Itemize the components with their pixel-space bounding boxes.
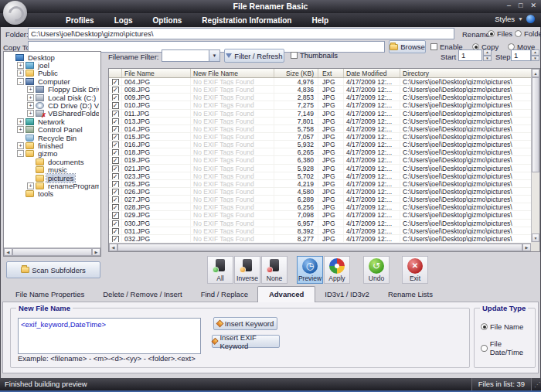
tab-delete-remove-insert[interactable]: Delete / Remove / Insert <box>94 288 191 302</box>
row-checkbox[interactable]: ✓ <box>112 181 119 187</box>
expand-toggle-icon[interactable]: + <box>27 110 34 117</box>
row-checkbox[interactable]: ✓ <box>112 111 119 117</box>
tree-item-control-panel[interactable]: +Control Panel <box>5 126 99 134</box>
tab-advanced[interactable]: Advanced <box>257 286 315 302</box>
scroll-right-icon[interactable]: ▶ <box>92 248 100 256</box>
exit-button[interactable]: ✕ Exit <box>402 256 428 284</box>
scroll-thumb[interactable] <box>12 248 92 256</box>
tree-hscrollbar[interactable]: ◀ ▶ <box>4 247 100 256</box>
start-stepper[interactable]: ▲▼ <box>483 49 492 61</box>
expand-toggle-icon[interactable]: + <box>27 182 34 189</box>
scroll-left-icon[interactable]: ◀ <box>4 248 12 256</box>
scroll-up-icon[interactable]: ▲ <box>532 69 539 77</box>
thumbnails-checkbox[interactable]: Thumbnails <box>291 51 338 60</box>
row-checkbox[interactable]: ✓ <box>112 134 119 140</box>
tree-item-desktop[interactable]: Desktop <box>5 53 99 61</box>
tree-item-public[interactable]: +Public <box>5 70 99 77</box>
file-row[interactable]: ✓013.JPGNo EXIF Tags Found7,801JPG4/17/2… <box>109 118 531 125</box>
tree-item-music[interactable]: music <box>5 165 99 173</box>
row-checkbox[interactable]: ✓ <box>112 118 119 124</box>
file-row[interactable]: ✓031.JPGNo EXIF Tags Found8,392JPG4/17/2… <box>109 227 531 235</box>
menu-item-help[interactable]: Help <box>301 15 339 26</box>
chevron-down-icon[interactable]: ▼ <box>209 50 219 61</box>
tree-item-documents[interactable]: documents <box>5 158 99 165</box>
tree-item-network[interactable]: +Network <box>5 118 99 125</box>
select-inverse-button[interactable]: Inverse <box>234 256 260 284</box>
header-ext[interactable]: Ext <box>318 69 344 77</box>
rename-folders-radio[interactable]: Folders <box>515 29 541 38</box>
file-row[interactable]: ✓023.JPGNo EXIF Tags Found5,702JPG4/17/2… <box>109 172 531 180</box>
insert-exif-keyword-button[interactable]: Insert EXIF Keyword <box>212 335 280 348</box>
styles-dropdown[interactable]: Styles ▼ <box>495 15 535 23</box>
tree-item-renameprograms[interactable]: +renamePrograms <box>5 182 99 189</box>
update-type-radio-file-name[interactable]: File Name <box>481 322 535 331</box>
row-checkbox[interactable]: ✓ <box>112 173 119 179</box>
row-checkbox[interactable]: ✓ <box>112 189 119 195</box>
menu-item-registration-information[interactable]: Registration Information <box>192 15 301 26</box>
help-globe-icon[interactable] <box>526 15 535 23</box>
scroll-thumb[interactable] <box>532 77 539 172</box>
row-checkbox[interactable]: ✓ <box>112 204 119 210</box>
row-checkbox[interactable]: ✓ <box>112 79 119 85</box>
file-row[interactable]: ✓015.JPGNo EXIF Tags Found7,057JPG4/17/2… <box>109 133 531 141</box>
step-stepper[interactable]: ▲▼ <box>531 49 539 61</box>
update-type-radio-file-date-time[interactable]: File Date/Time <box>481 339 535 356</box>
row-checkbox[interactable]: ✓ <box>112 220 119 227</box>
header-size[interactable]: Size (KB) <box>274 69 318 77</box>
file-row[interactable]: ✓018.JPGNo EXIF Tags Found6,265JPG4/17/2… <box>109 148 531 156</box>
collapse-toggle-icon[interactable]: - <box>17 150 24 157</box>
file-row[interactable]: ✓011.JPGNo EXIF Tags Found7,149JPG4/17/2… <box>109 110 531 118</box>
file-row[interactable]: ✓016.JPGNo EXIF Tags Found5,932JPG4/17/2… <box>109 141 531 148</box>
close-icon[interactable]: ✕ <box>530 2 536 9</box>
row-checkbox[interactable]: ✓ <box>112 126 119 132</box>
expand-toggle-icon[interactable]: + <box>27 94 34 101</box>
apply-button[interactable]: Apply <box>324 256 350 284</box>
rename-files-radio[interactable]: Files <box>488 29 512 38</box>
tree-item-pictures[interactable]: pictures <box>5 174 99 182</box>
file-row[interactable]: ✓019.JPGNo EXIF Tags Found6,380JPG4/17/2… <box>109 156 531 164</box>
expand-toggle-icon[interactable]: + <box>17 70 24 77</box>
file-row[interactable]: ✓028.JPGNo EXIF Tags Found6,256JPG4/17/2… <box>109 203 531 211</box>
scroll-thumb[interactable] <box>117 244 522 251</box>
row-checkbox[interactable]: ✓ <box>112 228 119 234</box>
file-row[interactable]: ✓008.JPGNo EXIF Tags Found4,836JPG4/17/2… <box>109 86 531 94</box>
undo-button[interactable]: ↺ Undo <box>363 256 390 284</box>
expand-toggle-icon[interactable]: + <box>17 62 24 69</box>
file-row[interactable]: ✓009.JPGNo EXIF Tags Found2,853JPG4/17/2… <box>109 94 531 101</box>
row-checkbox[interactable]: ✓ <box>112 149 119 155</box>
menu-item-options[interactable]: Options <box>143 15 192 26</box>
maximize-icon[interactable]: □ <box>519 2 522 9</box>
file-row[interactable]: ✓027.JPGNo EXIF Tags Found6,289JPG4/17/2… <box>109 196 531 203</box>
select-none-button[interactable]: None <box>261 256 288 284</box>
tab-file-name-properties[interactable]: File Name Properties <box>6 288 94 302</box>
file-row[interactable]: ✓032.JPGNo EXIF Tags Found8,277JPG4/17/2… <box>109 235 531 242</box>
row-checkbox[interactable]: ✓ <box>112 236 119 242</box>
scroll-left-icon[interactable]: ◀ <box>109 244 117 251</box>
tab-id3v1-id3v2[interactable]: ID3v1 / ID3v2 <box>315 288 379 302</box>
file-row[interactable]: ✓010.JPGNo EXIF Tags Found7,275JPG4/17/2… <box>109 101 531 109</box>
row-checkbox[interactable]: ✓ <box>112 141 119 148</box>
tree-item-joel[interactable]: +joel <box>5 61 99 69</box>
preview-button[interactable]: ◷ Preview <box>297 256 323 284</box>
row-checkbox[interactable]: ✓ <box>112 87 119 93</box>
header-checkbox-col[interactable] <box>109 69 122 77</box>
scroll-down-icon[interactable]: ▼ <box>532 233 539 242</box>
tree-item-vbsharedfolder-vboxsvr-z[interactable]: +VBSharedFolder (\\vboxsvr) (Z <box>5 110 99 118</box>
menu-item-profiles[interactable]: Profiles <box>56 15 104 26</box>
scan-subfolders-button[interactable]: Scan Subfolders <box>6 261 100 278</box>
browse-button[interactable]: Browse <box>389 40 426 53</box>
tab-find-replace[interactable]: Find / Replace <box>192 288 257 302</box>
file-row[interactable]: ✓004.JPGNo EXIF Tags Found4,976JPG4/17/2… <box>109 78 531 86</box>
row-checkbox[interactable]: ✓ <box>112 196 119 203</box>
scroll-right-icon[interactable]: ▶ <box>522 244 531 251</box>
insert-keyword-button[interactable]: Insert Keyword <box>213 317 277 330</box>
header-directory[interactable]: Directory <box>400 69 531 77</box>
header-date-modified[interactable]: Date Modified <box>344 69 400 77</box>
new-file-name-input[interactable]: <exif_keyword,DateTime> <box>18 318 201 354</box>
file-row[interactable]: ✓026.JPGNo EXIF Tags Found4,580JPG4/17/2… <box>109 188 531 196</box>
expand-toggle-icon[interactable]: + <box>17 126 24 133</box>
header-new-file-name[interactable]: New File Name <box>191 69 274 77</box>
minimize-icon[interactable]: – <box>507 2 511 9</box>
tab-rename-lists[interactable]: Rename Lists <box>379 288 442 302</box>
folder-input[interactable]: C:\Users\joel\Desktop\gizmo\pictures\ <box>28 28 454 39</box>
